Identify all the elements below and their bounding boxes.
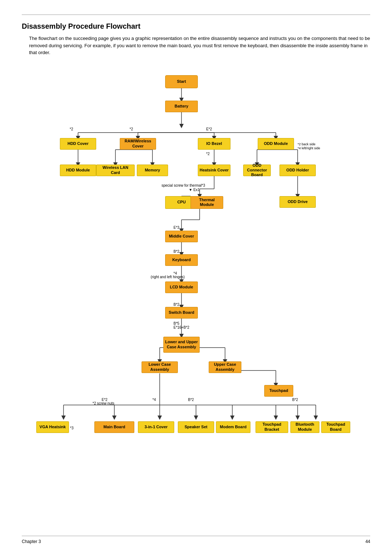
description: The flowchart on the succeeding page giv… (29, 35, 370, 56)
io-bezel-box: IO Bezel (198, 138, 230, 150)
label-star3: *3 (70, 426, 73, 430)
odd-drive-box: ODD Drive (279, 196, 316, 208)
battery-box: Battery (165, 101, 198, 112)
main-board-box: Main Board (94, 421, 134, 433)
label-star2-1: *2 (70, 127, 73, 131)
label-star2-screw: *2 screw nuts (93, 401, 114, 405)
odd-module-box: ODD Module (258, 138, 294, 150)
label-star4-2: *4 (152, 398, 156, 402)
touchpad-bracket-box: Touchpad Bracket (256, 421, 288, 433)
lower-upper-case-box: Lower and Upper Case Assembly (163, 337, 200, 353)
heatsink-cover-box: Heatsink Cover (198, 165, 230, 176)
label-star2-3: *2 (206, 152, 209, 156)
footer-chapter: Chapter 3 (22, 539, 41, 544)
page-title: Disassembly Procedure Flowchart (22, 22, 370, 31)
middle-cover-box: Middle Cover (165, 231, 198, 242)
odd-holder-box: ODD Holder (279, 165, 316, 176)
start-box: Start (165, 75, 198, 88)
switch-board-box: Switch Board (165, 307, 198, 319)
label-back-side: *2 back side (298, 142, 315, 146)
vga-heatsink-box: VGA Heatsink (36, 421, 69, 433)
label-starE2-1: E*2 (206, 127, 212, 131)
label-right-left-hinges: (right and left hinges) (151, 275, 185, 279)
speaker-set-box: Speaker Set (178, 421, 214, 433)
cover-3in1-box: 3-in-1 Cover (138, 421, 174, 433)
touchpad-board-box: Touchpad Board (321, 421, 350, 433)
label-special-screw: special screw for thermal*3 (162, 183, 205, 187)
touchpad-box: Touchpad (264, 385, 293, 397)
label-starB2-1: B*2 (173, 250, 179, 254)
lcd-module-box: LCD Module (165, 281, 198, 293)
modem-board-box: Modem Board (216, 421, 250, 433)
label-starB5-E16-B2: B*5 E*16+B*2 (173, 321, 189, 329)
label-starB2-3: B*2 (188, 398, 194, 402)
thermal-module-box: Thermal Module (191, 196, 223, 209)
bluetooth-module-box: Bluetooth Module (290, 421, 319, 433)
label-starB2-4: B*2 (292, 398, 298, 402)
label-star2-2: *2 (130, 127, 133, 131)
hdd-module-box: HDD Module (60, 165, 96, 176)
hdd-cover-box: HDD Cover (60, 138, 96, 150)
footer-page: 44 (366, 539, 370, 544)
odd-connector-board-box: ODD Connector Board (243, 165, 271, 176)
keyboard-box: Keyboard (165, 254, 198, 266)
label-starE3: E*3 (173, 226, 179, 230)
label-ex1: ▼ Ex1 (189, 188, 200, 192)
upper-case-box: Upper Case Assembly (209, 361, 241, 373)
lower-case-box: Lower Case Assembly (142, 361, 178, 373)
wireless-lan-box: Wireless LAN Card (96, 165, 135, 176)
ram-wireless-cover-box: RAM/Wireless Cover (120, 138, 156, 150)
label-left-right: *4 left/right side (298, 146, 320, 150)
memory-box: Memory (137, 165, 168, 176)
label-starB2-2: B*2 (173, 303, 179, 307)
